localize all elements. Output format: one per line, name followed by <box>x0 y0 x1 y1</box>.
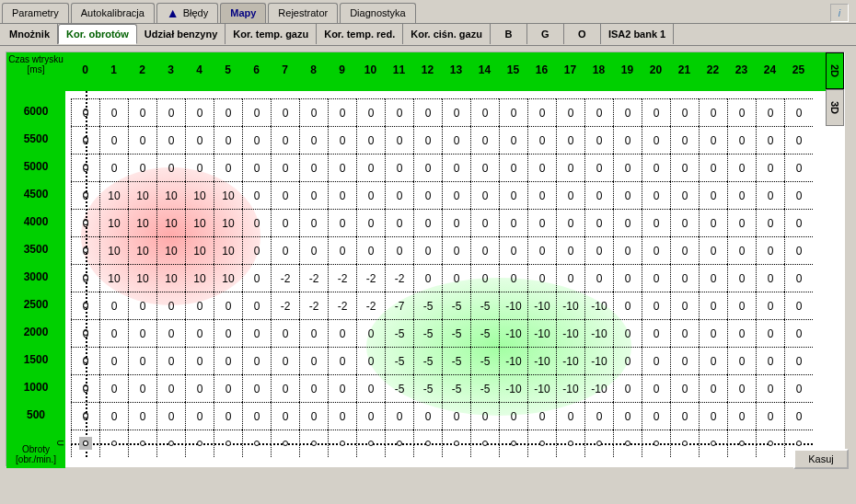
grid-cell[interactable]: 0 <box>242 98 271 126</box>
grid-cell[interactable]: 0 <box>499 126 527 154</box>
grid-cell[interactable]: 0 <box>271 126 299 154</box>
grid-cell[interactable]: 0 <box>271 347 299 374</box>
grid-cell[interactable]: 0 <box>727 374 756 402</box>
sub-tab-kor-temp-red[interactable]: Kor. temp. red. <box>317 24 403 44</box>
grid-cell[interactable]: 0 <box>385 154 413 181</box>
grid-cell[interactable]: -2 <box>356 292 385 319</box>
grid-cell[interactable]: 0 <box>642 347 670 374</box>
grid-cell[interactable]: 0 <box>756 402 784 430</box>
grid-cell[interactable]: 0 <box>413 181 442 209</box>
grid-cell[interactable]: 0 <box>128 319 156 347</box>
sub-tab-b[interactable]: B <box>491 24 527 44</box>
grid-cell[interactable]: 0 <box>670 98 699 126</box>
grid-cell[interactable]: 0 <box>670 292 699 319</box>
grid-cell[interactable]: 0 <box>356 347 385 374</box>
grid-cell[interactable]: -10 <box>584 374 613 402</box>
grid-cell[interactable]: 0 <box>299 154 328 181</box>
grid-cell[interactable]: 0 <box>328 154 356 181</box>
grid-cell[interactable]: 0 <box>727 292 756 319</box>
grid-cell[interactable]: 0 <box>642 264 670 292</box>
grid-cell[interactable]: 0 <box>413 402 442 430</box>
grid-cell[interactable]: 0 <box>242 292 271 319</box>
grid-cell[interactable]: 0 <box>584 264 613 292</box>
grid-cell[interactable]: 0 <box>613 292 642 319</box>
grid-cell[interactable]: 0 <box>413 154 442 181</box>
grid-cell[interactable]: 0 <box>385 236 413 264</box>
grid-cell[interactable]: 0 <box>699 209 727 236</box>
grid-cell[interactable]: 0 <box>784 126 813 154</box>
grid-cell[interactable]: 0 <box>356 181 385 209</box>
view-3d-tab[interactable]: 3D <box>826 89 844 126</box>
grid-cell[interactable]: -10 <box>556 347 584 374</box>
grid-cell[interactable]: -5 <box>470 319 499 347</box>
grid-cell[interactable]: 0 <box>99 347 128 374</box>
grid-cell[interactable]: 10 <box>185 181 214 209</box>
grid-cell[interactable]: 10 <box>185 209 214 236</box>
grid-cell[interactable]: 0 <box>242 347 271 374</box>
grid-cell[interactable]: 0 <box>699 126 727 154</box>
grid-cell[interactable]: 0 <box>756 319 784 347</box>
grid-cell[interactable]: 10 <box>156 209 185 236</box>
grid-cell[interactable]: 0 <box>299 126 328 154</box>
grid-cell[interactable]: -5 <box>470 374 499 402</box>
grid-cell[interactable]: 0 <box>784 98 813 126</box>
grid-cell[interactable]: 0 <box>499 264 527 292</box>
grid-cell[interactable]: 0 <box>699 264 727 292</box>
grid-cell[interactable]: 0 <box>185 292 214 319</box>
grid-cell[interactable]: 0 <box>356 98 385 126</box>
grid-cell[interactable]: 10 <box>99 209 128 236</box>
grid-cell[interactable]: 0 <box>214 292 242 319</box>
grid-cell[interactable]: 0 <box>584 98 613 126</box>
grid-cell[interactable]: 0 <box>642 319 670 347</box>
grid-cell[interactable]: 0 <box>613 236 642 264</box>
grid-cell[interactable]: 0 <box>699 319 727 347</box>
grid-cell[interactable]: 0 <box>499 402 527 430</box>
grid-cell[interactable]: 0 <box>527 264 556 292</box>
grid-cell[interactable]: 0 <box>499 181 527 209</box>
grid-cell[interactable]: 0 <box>242 236 271 264</box>
grid-cell[interactable]: 0 <box>584 209 613 236</box>
grid-cell[interactable]: 0 <box>242 209 271 236</box>
grid-cell[interactable]: -10 <box>584 319 613 347</box>
grid-cell[interactable]: 0 <box>413 264 442 292</box>
grid-cell[interactable]: 0 <box>556 209 584 236</box>
grid-cell[interactable]: 0 <box>356 319 385 347</box>
grid-cell[interactable]: -5 <box>385 374 413 402</box>
grid-cell[interactable]: 0 <box>356 236 385 264</box>
grid-cell[interactable]: 0 <box>613 347 642 374</box>
grid-cell[interactable]: 0 <box>727 154 756 181</box>
grid-cell[interactable]: -5 <box>442 374 470 402</box>
grid-cell[interactable]: 0 <box>699 402 727 430</box>
grid-cell[interactable]: 0 <box>328 319 356 347</box>
grid-cell[interactable]: 0 <box>185 347 214 374</box>
grid-cell[interactable]: 0 <box>185 98 214 126</box>
grid-cell[interactable]: 0 <box>185 126 214 154</box>
top-tab-mapy[interactable]: Mapy <box>220 3 266 23</box>
grid-cell[interactable]: -2 <box>328 292 356 319</box>
grid-cell[interactable]: -10 <box>499 347 527 374</box>
grid-cell[interactable]: 0 <box>613 181 642 209</box>
grid-cell[interactable]: 10 <box>214 181 242 209</box>
grid-cell[interactable]: 0 <box>727 402 756 430</box>
grid-cell[interactable]: 0 <box>442 209 470 236</box>
grid-cell[interactable]: 0 <box>642 374 670 402</box>
grid-cell[interactable]: 0 <box>299 209 328 236</box>
grid-cell[interactable]: 0 <box>556 126 584 154</box>
sub-tab-kor-cisn-gazu[interactable]: Kor. ciśn. gazu <box>403 24 491 44</box>
grid-cell[interactable]: 0 <box>242 154 271 181</box>
grid-cell[interactable]: 0 <box>670 347 699 374</box>
grid-cell[interactable]: -5 <box>413 374 442 402</box>
grid-cell[interactable]: 0 <box>470 98 499 126</box>
grid-cell[interactable]: -5 <box>385 347 413 374</box>
grid-cell[interactable]: 0 <box>784 402 813 430</box>
grid-cell[interactable]: 0 <box>356 154 385 181</box>
grid-cell[interactable]: 0 <box>613 209 642 236</box>
grid-cell[interactable]: -5 <box>385 319 413 347</box>
grid-cell[interactable]: 0 <box>527 236 556 264</box>
grid-cell[interactable]: 0 <box>642 209 670 236</box>
grid-cell[interactable]: 0 <box>156 126 185 154</box>
grid-cell[interactable]: -5 <box>470 347 499 374</box>
grid-cell[interactable]: 0 <box>727 264 756 292</box>
grid-cell[interactable]: 0 <box>784 347 813 374</box>
grid-cell[interactable]: 0 <box>556 154 584 181</box>
